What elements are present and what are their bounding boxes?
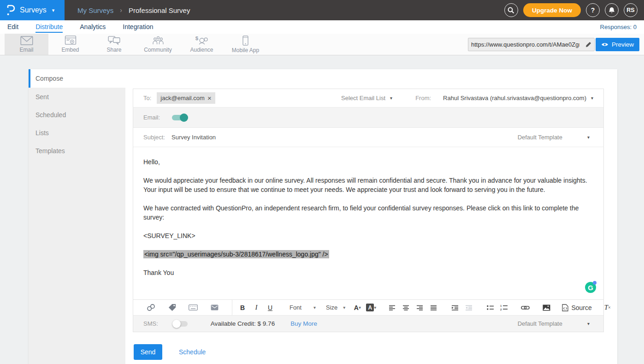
email-template-button[interactable] bbox=[209, 302, 220, 313]
channel-community[interactable]: Community bbox=[136, 34, 180, 55]
help-button[interactable]: ? bbox=[586, 3, 600, 17]
grammarly-widget[interactable]: G bbox=[585, 282, 596, 293]
select-email-list-dropdown[interactable]: Select Email List ▾ bbox=[341, 95, 392, 101]
compose-form: To: jack@email.com × Select Email List ▾… bbox=[133, 89, 604, 332]
top-navbar: Surveys ▾ My Surveys › Professional Surv… bbox=[0, 0, 644, 20]
from-sender-dropdown[interactable]: Rahul Srivastava (rahul.srivastava@quest… bbox=[443, 95, 593, 101]
text-color-button[interactable]: A ▾ bbox=[352, 302, 363, 313]
survey-url-input[interactable] bbox=[468, 41, 582, 48]
align-center-button[interactable] bbox=[401, 302, 412, 313]
channel-email[interactable]: Email bbox=[5, 34, 48, 55]
sidebar-item-sent[interactable]: Sent bbox=[29, 88, 125, 106]
search-button[interactable] bbox=[504, 3, 518, 17]
indent-button[interactable] bbox=[449, 302, 461, 313]
channel-mobile-app[interactable]: Mobile App bbox=[224, 34, 267, 55]
bulleted-list-button[interactable] bbox=[484, 302, 496, 313]
tab-edit[interactable]: Edit bbox=[7, 21, 18, 33]
body-paragraph-1: We would appreciate your feedback in our… bbox=[143, 176, 593, 194]
sidebar-item-compose[interactable]: Compose bbox=[29, 69, 125, 88]
tab-distribute[interactable]: Distribute bbox=[35, 21, 63, 33]
align-left-button[interactable] bbox=[387, 302, 398, 313]
user-avatar[interactable]: RS bbox=[624, 3, 638, 17]
remove-format-button[interactable]: T× bbox=[602, 302, 613, 313]
numbered-list-icon: 1 2 bbox=[500, 304, 508, 310]
chevron-down-icon: ▾ bbox=[343, 305, 345, 310]
merge-tag-button[interactable] bbox=[166, 302, 177, 313]
channel-audience[interactable]: $ Audience bbox=[180, 34, 224, 55]
keyboard-button[interactable] bbox=[188, 302, 199, 313]
available-credit: Available Credit: $ 9.76 bbox=[211, 320, 275, 327]
italic-button[interactable]: I bbox=[251, 302, 262, 313]
mail-icon bbox=[211, 304, 219, 310]
breadcrumb-my-surveys[interactable]: My Surveys bbox=[77, 6, 113, 14]
survey-url-field bbox=[468, 38, 595, 51]
align-left-icon bbox=[389, 305, 396, 310]
chevron-down-icon: ▾ bbox=[52, 7, 55, 13]
svg-text:1: 1 bbox=[500, 304, 502, 307]
schedule-link[interactable]: Schedule bbox=[179, 348, 206, 356]
remove-recipient-icon[interactable]: × bbox=[207, 95, 212, 101]
background-color-button[interactable]: A ▾ bbox=[366, 302, 377, 313]
chevron-down-icon: ▾ bbox=[359, 305, 361, 310]
recipients-row-right: Select Email List ▾ From: Rahul Srivasta… bbox=[341, 95, 593, 101]
email-toggle-label: Email: bbox=[143, 114, 160, 121]
bold-button[interactable]: B bbox=[237, 302, 248, 313]
questionpro-app: Surveys ▾ My Surveys › Professional Surv… bbox=[0, 0, 644, 364]
tab-analytics[interactable]: Analytics bbox=[80, 21, 106, 33]
sidebar-item-lists[interactable]: Lists bbox=[29, 124, 125, 142]
responses-count[interactable]: Responses: 0 bbox=[600, 24, 637, 30]
mobile-app-icon bbox=[242, 36, 248, 46]
chevron-down-icon: ▾ bbox=[313, 305, 316, 310]
recipient-chip[interactable]: jack@email.com × bbox=[157, 92, 215, 104]
channel-share[interactable]: Share bbox=[92, 34, 136, 55]
subject-input[interactable]: Survey Invitation bbox=[171, 134, 216, 141]
chain-rings-icon bbox=[147, 304, 155, 311]
sms-toggle[interactable] bbox=[172, 319, 189, 328]
sms-template-dropdown[interactable]: Default Template ▾ bbox=[518, 320, 593, 327]
product-switcher[interactable]: Surveys ▾ bbox=[0, 0, 65, 20]
avatar-initials: RS bbox=[626, 7, 634, 13]
size-dropdown-label: Size bbox=[326, 304, 337, 311]
notifications-button[interactable] bbox=[605, 3, 619, 17]
email-template-dropdown[interactable]: Default Template ▾ bbox=[518, 134, 593, 141]
align-right-button[interactable] bbox=[414, 302, 425, 313]
buy-more-link[interactable]: Buy More bbox=[290, 320, 317, 327]
audience-icon: $ bbox=[195, 36, 209, 45]
sidebar-item-label: Compose bbox=[35, 75, 63, 82]
upgrade-now-button[interactable]: Upgrade Now bbox=[523, 3, 581, 17]
text-color-a: A bbox=[354, 304, 359, 311]
select-email-list-label: Select Email List bbox=[341, 95, 385, 101]
align-justify-button[interactable] bbox=[428, 302, 439, 313]
editor-toolbar-format-group: B I U Font ▾ Size ▾ A ▾ bbox=[232, 300, 618, 315]
font-dropdown[interactable]: Font ▾ bbox=[286, 304, 319, 311]
body-greeting: Hello, bbox=[143, 157, 593, 167]
insert-link-button[interactable] bbox=[520, 302, 531, 313]
from-sender-value: Rahul Srivastava (rahul.srivastava@quest… bbox=[443, 95, 586, 101]
sidebar-item-label: Sent bbox=[35, 93, 49, 101]
font-dropdown-label: Font bbox=[290, 304, 301, 311]
breadcrumb-current-survey: Professional Survey bbox=[129, 6, 190, 14]
questionpro-logo-icon bbox=[6, 4, 15, 16]
sidebar-item-scheduled[interactable]: Scheduled bbox=[29, 106, 125, 124]
insert-image-button[interactable] bbox=[541, 302, 552, 313]
insert-survey-link-button[interactable] bbox=[145, 302, 156, 313]
send-button[interactable]: Send bbox=[134, 344, 162, 360]
chevron-down-icon: ▾ bbox=[587, 321, 590, 326]
align-center-icon bbox=[403, 305, 409, 310]
svg-text:2: 2 bbox=[500, 308, 502, 311]
underline-button[interactable]: U bbox=[265, 302, 276, 313]
preview-button[interactable]: Preview bbox=[596, 38, 639, 51]
source-button[interactable]: Source bbox=[562, 304, 591, 311]
email-toggle[interactable] bbox=[171, 113, 189, 122]
tab-integration[interactable]: Integration bbox=[123, 21, 153, 33]
email-body-editor[interactable]: Hello, We would appreciate your feedback… bbox=[133, 147, 603, 299]
body-closing: Thank You bbox=[143, 268, 593, 277]
numbered-list-button[interactable]: 1 2 bbox=[498, 302, 509, 313]
sidebar-item-label: Templates bbox=[35, 147, 65, 155]
channel-embed[interactable]: Embed bbox=[48, 34, 92, 55]
sidebar-item-templates[interactable]: Templates bbox=[29, 142, 125, 160]
size-dropdown[interactable]: Size ▾ bbox=[322, 304, 349, 311]
edit-url-button[interactable] bbox=[582, 42, 594, 48]
indent-icon bbox=[452, 305, 459, 310]
outdent-button[interactable] bbox=[463, 302, 474, 313]
